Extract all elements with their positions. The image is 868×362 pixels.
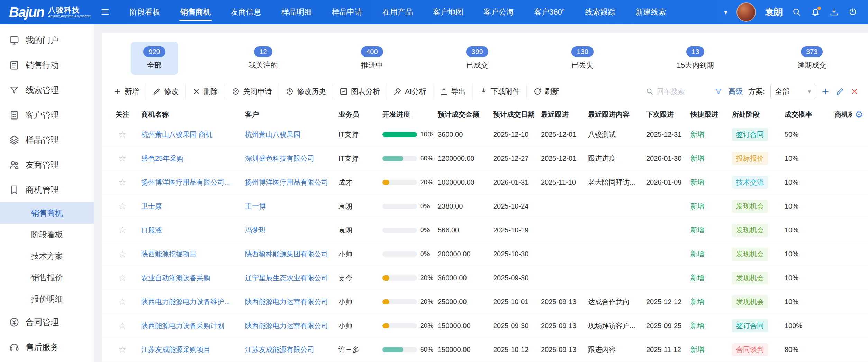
sidebar-subitem-stage-board[interactable]: 阶段看板: [0, 224, 94, 245]
column-header[interactable]: 预计成交金额: [433, 110, 488, 119]
sidebar-item-samples[interactable]: 样品管理: [0, 127, 94, 152]
column-header[interactable]: 业务员: [334, 110, 378, 119]
stat-filter[interactable]: 399 已成交: [454, 42, 500, 75]
chart-analysis-button[interactable]: 图表分析: [333, 84, 387, 99]
nav-tab[interactable]: 线索跟踪: [575, 0, 626, 24]
customer-link[interactable]: 王一博: [245, 202, 266, 210]
sidebar-item-partners[interactable]: 友商管理: [0, 152, 94, 177]
favorite-star-icon[interactable]: ☆: [118, 201, 126, 212]
opportunity-name-link[interactable]: 农业自动灌溉设备采购: [141, 274, 210, 282]
quick-follow-link[interactable]: 新增: [690, 131, 704, 138]
table-row[interactable]: ☆ 盛色25年采购 深圳盛色科技有限公司 IT支持 60% 1200000.00…: [102, 147, 868, 170]
download-center-button[interactable]: [829, 7, 839, 17]
table-row[interactable]: ☆ 杭州萧山八骏果园 商机 杭州萧山八骏果园 IT支持 100% 3600.00…: [102, 123, 868, 147]
quick-follow-link[interactable]: 新增: [690, 274, 704, 282]
column-settings-icon[interactable]: ⚙: [852, 109, 863, 120]
customer-link[interactable]: 陕西榆林能源集团有限公司: [245, 250, 328, 258]
quick-follow-link[interactable]: 新增: [690, 298, 704, 306]
customer-link[interactable]: 江苏友成能源有限公司: [245, 346, 314, 353]
column-header[interactable]: 所处阶段: [727, 110, 780, 119]
customer-link[interactable]: 陕西能源电力运营有限公司: [245, 322, 328, 329]
nav-tab[interactable]: 样品明细: [271, 0, 322, 24]
table-row[interactable]: ☆ 陕西能源电力设备采购计划 陕西能源电力运营有限公司 小帅 20% 15000…: [102, 314, 868, 338]
table-row[interactable]: ☆ 口服液 冯梦琪 袁朗 0% 566.00 2025-10-19 新增 发现机…: [102, 218, 868, 242]
table-row[interactable]: ☆ 陕西能源挖掘项目 陕西榆林能源集团有限公司 小帅 0% 200000.00 …: [102, 242, 868, 266]
advanced-search-link[interactable]: 高级: [728, 87, 743, 96]
column-header[interactable]: 关注: [102, 110, 136, 119]
quick-follow-link[interactable]: 新增: [690, 250, 704, 258]
favorite-star-icon[interactable]: ☆: [118, 225, 126, 236]
opportunity-name-link[interactable]: 扬州博洋医疗用品有限公司...: [141, 178, 230, 186]
favorite-star-icon[interactable]: ☆: [118, 273, 126, 283]
favorite-star-icon[interactable]: ☆: [118, 320, 126, 331]
opportunity-name-link[interactable]: 江苏友成能源采购项目: [141, 346, 210, 353]
opportunity-name-link[interactable]: 陕西电力能源电力设备维护...: [141, 298, 230, 306]
nav-tab[interactable]: 新建线索: [626, 0, 676, 24]
close-request-button[interactable]: 关闭申请: [225, 84, 279, 99]
favorite-star-icon[interactable]: ☆: [118, 129, 126, 140]
edit-scheme-icon[interactable]: [835, 87, 844, 96]
table-row[interactable]: ☆ 卫士康 王一博 袁朗 0% 2380.00 2025-10-24 新增 发现…: [102, 194, 868, 218]
favorite-star-icon[interactable]: ☆: [118, 153, 126, 164]
quick-follow-link[interactable]: 新增: [690, 178, 704, 186]
stat-filter[interactable]: 130 已丢失: [559, 42, 606, 75]
table-search-input[interactable]: [657, 88, 709, 96]
opportunity-name-link[interactable]: 杭州萧山八骏果园 商机: [141, 131, 213, 138]
table-row[interactable]: ☆ 农业自动灌溉设备采购 辽宁星辰生态农业有限公司 史今 20% 36000.0…: [102, 266, 868, 290]
sidebar-subitem-sales-opportunities[interactable]: 销售商机: [0, 202, 94, 224]
logout-button[interactable]: [848, 7, 858, 17]
opportunity-name-link[interactable]: 陕西能源电力设备采购计划: [141, 322, 224, 329]
user-avatar[interactable]: [736, 2, 756, 22]
nav-tab[interactable]: 销售商机: [170, 0, 221, 24]
customer-link[interactable]: 冯梦琪: [245, 226, 266, 234]
quick-follow-link[interactable]: 新增: [690, 202, 704, 210]
customer-link[interactable]: 杭州萧山八骏果园: [245, 131, 300, 138]
nav-tab[interactable]: 客户地图: [423, 0, 473, 24]
customer-link[interactable]: 扬州博洋医疗用品有限公司: [245, 178, 328, 186]
column-header[interactable]: 商机名称: [136, 110, 240, 119]
column-header[interactable]: 最近跟进: [536, 110, 583, 119]
sidebar-item-contracts[interactable]: 合同管理: [0, 310, 94, 335]
customer-link[interactable]: 陕西能源电力运营有限公司: [245, 298, 328, 306]
opportunity-name-link[interactable]: 陕西能源挖掘项目: [141, 250, 197, 258]
opportunity-name-link[interactable]: 卫士康: [141, 202, 162, 210]
delete-button[interactable]: 删除: [186, 84, 225, 99]
sidebar-item-after-sales[interactable]: 售后服务: [0, 335, 94, 360]
customer-link[interactable]: 辽宁星辰生态农业有限公司: [245, 274, 328, 282]
stat-filter[interactable]: 373 逾期成交: [785, 42, 839, 75]
download-attachment-button[interactable]: 下载附件: [473, 84, 527, 99]
notifications-button[interactable]: [811, 7, 820, 17]
nav-tab[interactable]: 友商信息: [221, 0, 271, 24]
add-button[interactable]: 新增: [107, 84, 146, 99]
table-row[interactable]: ☆ 江苏友成能源采购项目 江苏友成能源有限公司 许三多 60% 150000.0…: [102, 338, 868, 362]
stat-filter[interactable]: 13 15天内到期: [664, 42, 726, 75]
stat-filter[interactable]: 400 推进中: [349, 42, 395, 75]
opportunity-name-link[interactable]: 口服液: [141, 226, 162, 234]
sidebar-item-sales-actions[interactable]: 销售行动: [0, 53, 94, 78]
sidebar-item-opportunities[interactable]: 商机管理: [0, 177, 94, 202]
quick-follow-link[interactable]: 新增: [690, 346, 704, 353]
column-header[interactable]: 开发进度: [378, 110, 433, 119]
nav-tab[interactable]: 样品申请: [322, 0, 372, 24]
tabs-overflow-button[interactable]: ▾: [724, 8, 727, 16]
column-header[interactable]: 快捷跟进: [686, 110, 727, 119]
global-search-button[interactable]: [792, 7, 802, 17]
history-button[interactable]: 修改历史: [279, 84, 333, 99]
refresh-button[interactable]: 刷新: [527, 84, 566, 99]
sidebar-subitem-quote-detail[interactable]: 报价明细: [0, 288, 94, 310]
column-header[interactable]: 客户: [240, 110, 334, 119]
sidebar-item-portal[interactable]: 我的门户: [0, 28, 94, 53]
favorite-star-icon[interactable]: ☆: [118, 344, 126, 355]
column-header[interactable]: 下次跟进: [641, 110, 686, 119]
nav-tab[interactable]: 客户360°: [524, 0, 575, 24]
edit-button[interactable]: 修改: [146, 84, 186, 99]
export-button[interactable]: 导出: [433, 84, 473, 99]
nav-tab[interactable]: 阶段看板: [120, 0, 170, 24]
ai-analysis-button[interactable]: AI分析: [387, 84, 433, 99]
customer-link[interactable]: 深圳盛色科技有限公司: [245, 154, 314, 162]
favorite-star-icon[interactable]: ☆: [118, 297, 126, 307]
table-row[interactable]: ☆ 陕西电力能源电力设备维护... 陕西能源电力运营有限公司 小帅 20% 25…: [102, 290, 868, 314]
sidebar-item-leads[interactable]: 线索管理: [0, 78, 94, 103]
column-header[interactable]: 成交概率: [780, 110, 830, 119]
menu-toggle-button[interactable]: [100, 7, 110, 17]
